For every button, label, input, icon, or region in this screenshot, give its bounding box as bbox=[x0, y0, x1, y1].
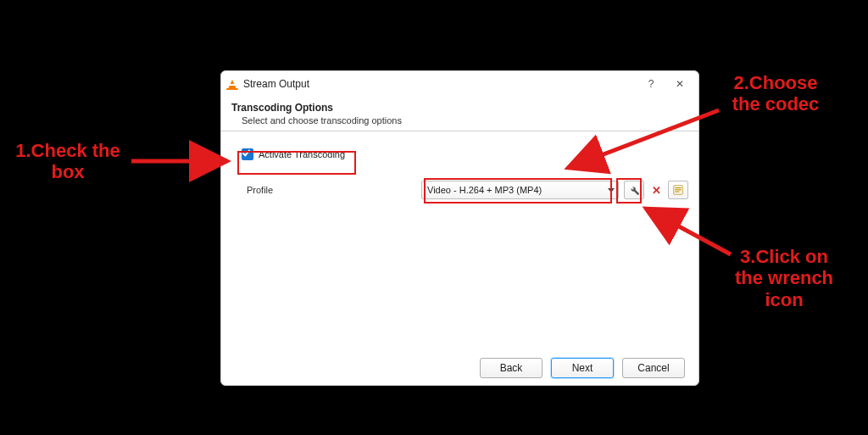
annotation-step2: 2.Choose the codec bbox=[721, 72, 831, 115]
chevron-down-icon bbox=[608, 188, 615, 192]
vlc-cone-icon bbox=[226, 78, 238, 90]
svg-rect-1 bbox=[675, 187, 682, 188]
wrench-icon bbox=[628, 184, 640, 196]
next-button[interactable]: Next bbox=[551, 358, 614, 378]
back-button[interactable]: Back bbox=[480, 358, 542, 378]
help-button[interactable]: ? bbox=[639, 74, 663, 94]
new-profile-button[interactable] bbox=[668, 181, 688, 199]
cancel-button[interactable]: Cancel bbox=[622, 358, 685, 378]
divider bbox=[221, 131, 698, 131]
activate-transcoding-checkbox[interactable] bbox=[242, 148, 253, 160]
annotation-step3: 3.Click on the wrench icon bbox=[721, 246, 848, 310]
stream-output-dialog: Stream Output ? ✕ Transcoding Options Se… bbox=[220, 70, 699, 386]
new-profile-icon bbox=[673, 185, 683, 195]
section-subtitle: Select and choose transcoding options bbox=[231, 115, 688, 125]
section-title: Transcoding Options bbox=[231, 102, 688, 114]
profile-label: Profile bbox=[247, 185, 416, 195]
profile-row: Profile Video - H.264 + MP3 (MP4) ✕ bbox=[247, 181, 688, 199]
dialog-content: Transcoding Options Select and choose tr… bbox=[221, 97, 698, 349]
activate-transcoding-label: Activate Transcoding bbox=[259, 149, 345, 159]
titlebar: Stream Output ? ✕ bbox=[221, 71, 698, 97]
activate-transcoding-row[interactable]: Activate Transcoding bbox=[236, 145, 350, 164]
dialog-footer: Back Next Cancel bbox=[221, 349, 698, 385]
svg-rect-3 bbox=[675, 192, 679, 192]
window-title: Stream Output bbox=[243, 78, 634, 90]
svg-rect-2 bbox=[675, 189, 682, 190]
edit-profile-button[interactable] bbox=[624, 181, 644, 199]
delete-profile-button[interactable]: ✕ bbox=[649, 184, 663, 197]
profile-selected-value: Video - H.264 + MP3 (MP4) bbox=[427, 185, 542, 195]
close-button[interactable]: ✕ bbox=[668, 74, 692, 94]
profile-select[interactable]: Video - H.264 + MP3 (MP4) bbox=[421, 181, 619, 199]
annotation-step1: 1.Check the box bbox=[8, 140, 127, 183]
